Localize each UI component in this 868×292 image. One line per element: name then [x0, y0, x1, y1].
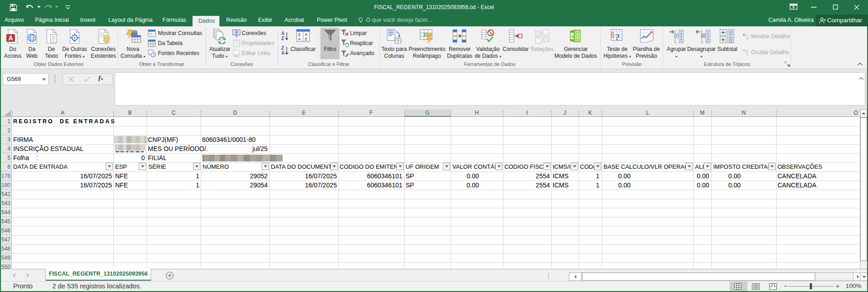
svg-text:Z: Z — [281, 36, 284, 41]
svg-text:Z: Z — [281, 45, 284, 50]
svg-text:Z: Z — [298, 32, 301, 37]
svg-text:?: ? — [615, 32, 620, 43]
svg-text:A: A — [281, 50, 284, 55]
svg-text:A: A — [281, 31, 284, 36]
svg-text:A: A — [305, 32, 308, 37]
svg-text:Z: Z — [305, 37, 308, 41]
svg-text:A: A — [298, 37, 301, 41]
